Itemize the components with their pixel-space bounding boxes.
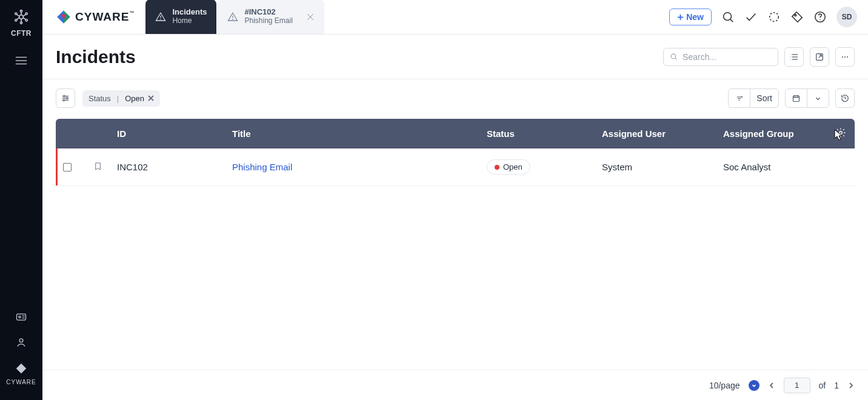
- col-check: [56, 119, 86, 148]
- list-view-button[interactable]: [784, 47, 804, 67]
- incidents-table: ID Title Status Assigned User Assigned G…: [56, 119, 855, 186]
- prev-page-button[interactable]: [768, 382, 775, 389]
- card-id-icon[interactable]: [15, 311, 27, 324]
- refresh-dashed-icon[interactable]: [767, 10, 781, 24]
- svg-point-63: [840, 132, 843, 135]
- filter-chip-status[interactable]: Status | Open: [82, 90, 160, 107]
- page-title: Incidents: [56, 47, 136, 67]
- svg-point-36: [795, 15, 796, 16]
- pagination-footer: 10/page of 1: [42, 370, 868, 400]
- search-input-wrapper[interactable]: [663, 48, 778, 66]
- tab-line2: Home: [172, 17, 207, 25]
- brand-logo[interactable]: CYWARE™: [42, 0, 145, 34]
- per-page-dropdown[interactable]: [749, 380, 760, 391]
- main-content: CYWARE™ Incidents Home #INC102 Phishing …: [42, 0, 868, 400]
- cell-assigned-user: System: [595, 148, 716, 186]
- svg-line-9: [16, 15, 19, 16]
- table-row[interactable]: INC102 Phishing Email Open System Soc An…: [56, 148, 855, 186]
- app-logo-icon: [13, 8, 30, 25]
- svg-point-6: [20, 22, 22, 24]
- header-actions: New SD: [669, 0, 868, 34]
- search-icon: [670, 52, 678, 61]
- svg-point-49: [844, 56, 846, 58]
- tab-line1: #INC102: [244, 8, 292, 17]
- svg-point-50: [847, 56, 848, 58]
- bottom-brand-label: CYWARE: [6, 379, 36, 385]
- checkmark-icon[interactable]: [744, 10, 758, 24]
- status-pill: Open: [487, 159, 530, 175]
- avatar[interactable]: SD: [836, 7, 857, 27]
- svg-marker-21: [16, 364, 27, 374]
- plus-icon: [677, 14, 684, 21]
- sort-button[interactable]: Sort: [750, 89, 778, 107]
- hamburger-menu-icon[interactable]: [15, 56, 28, 65]
- svg-point-0: [19, 15, 24, 19]
- next-page-button[interactable]: [847, 382, 855, 389]
- sliders-icon: [61, 93, 70, 103]
- svg-point-20: [19, 339, 23, 342]
- svg-line-34: [730, 19, 733, 22]
- svg-point-17: [19, 316, 21, 318]
- brand-logo-icon: [56, 9, 72, 25]
- cell-title-link[interactable]: Phishing Email: [232, 162, 292, 172]
- bookmark-icon[interactable]: [93, 161, 102, 172]
- svg-point-39: [671, 54, 676, 59]
- cell-assigned-group: Soc Analyst: [716, 148, 828, 186]
- per-page-label[interactable]: 10/page: [709, 381, 740, 390]
- tag-icon[interactable]: [790, 10, 804, 24]
- sort-group: Sort: [728, 88, 779, 108]
- filterbar: Status | Open Sort: [42, 79, 868, 119]
- severity-bar: [56, 148, 58, 185]
- svg-line-12: [23, 18, 25, 19]
- status-label: Open: [503, 162, 522, 172]
- total-pages: 1: [834, 381, 839, 390]
- tabs: Incidents Home #INC102 Phishing Email: [145, 0, 324, 34]
- new-button[interactable]: New: [669, 8, 712, 25]
- col-mark: [86, 119, 110, 148]
- svg-point-38: [820, 19, 820, 20]
- svg-line-11: [16, 18, 19, 19]
- chip-value: Open: [125, 94, 144, 103]
- col-header-assigned-group[interactable]: Assigned Group: [716, 119, 828, 148]
- bottom-brand-icon: CYWARE: [6, 362, 36, 385]
- svg-point-5: [20, 10, 22, 12]
- warning-icon: [155, 12, 166, 22]
- svg-rect-16: [17, 314, 26, 320]
- close-icon[interactable]: [306, 13, 315, 21]
- sort-direction-button[interactable]: [729, 89, 750, 107]
- calendar-button[interactable]: [786, 89, 807, 107]
- search-input[interactable]: [683, 52, 772, 62]
- svg-line-10: [23, 15, 25, 16]
- col-header-title[interactable]: Title: [225, 119, 479, 148]
- page-input[interactable]: [784, 378, 810, 393]
- user-icon[interactable]: [15, 336, 27, 350]
- tab-incidents-home[interactable]: Incidents Home: [145, 0, 216, 34]
- svg-point-35: [770, 13, 779, 22]
- chip-label: Status: [88, 94, 111, 103]
- col-header-status[interactable]: Status: [479, 119, 595, 148]
- col-header-id[interactable]: ID: [110, 119, 225, 148]
- new-button-label: New: [686, 12, 704, 22]
- export-button[interactable]: [810, 47, 829, 67]
- history-button[interactable]: [835, 88, 855, 108]
- svg-point-28: [233, 19, 234, 20]
- tab-incident-inc102[interactable]: #INC102 Phishing Email: [218, 0, 324, 34]
- brand-name: CYWARE™: [75, 10, 135, 24]
- gear-icon[interactable]: [835, 127, 846, 138]
- help-icon[interactable]: [813, 10, 827, 24]
- titlebar: Incidents: [42, 35, 868, 79]
- search-icon[interactable]: [721, 10, 735, 24]
- table-wrap: ID Title Status Assigned User Assigned G…: [42, 119, 868, 370]
- header: CYWARE™ Incidents Home #INC102 Phishing …: [42, 0, 868, 35]
- close-icon[interactable]: [148, 95, 154, 101]
- more-menu-button[interactable]: [835, 47, 855, 67]
- svg-line-40: [675, 58, 676, 59]
- tab-line2: Phishing Email: [244, 17, 292, 25]
- col-settings[interactable]: [828, 119, 855, 148]
- col-header-assigned-user[interactable]: Assigned User: [595, 119, 716, 148]
- date-dropdown-button[interactable]: [807, 89, 829, 107]
- svg-point-55: [66, 98, 68, 99]
- row-checkbox[interactable]: [63, 163, 72, 172]
- date-group: [785, 88, 829, 108]
- filter-button[interactable]: [56, 88, 75, 108]
